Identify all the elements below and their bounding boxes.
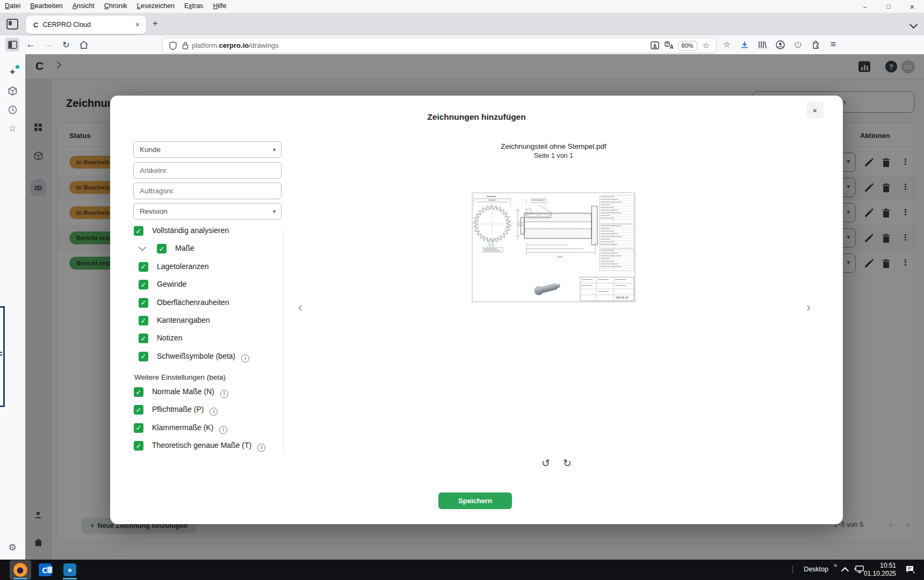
rotate-right-icon[interactable]: ↻ — [563, 457, 572, 469]
desktop-chevrons: » — [834, 562, 837, 568]
menu-ansicht[interactable]: Ansicht — [68, 0, 99, 12]
checkbox-row: ✓Oberflächenrauheiten — [133, 296, 294, 309]
checkbox-row: ✓Lagetoleranzen — [133, 260, 294, 273]
checkbox[interactable]: ✓ — [139, 316, 148, 325]
checkbox-row: ✓Normale Maße (N) i — [133, 386, 294, 398]
sidebar-toggle-button[interactable] — [5, 38, 19, 52]
checkbox[interactable]: ✓ — [139, 280, 148, 289]
menu-datei[interactable]: Datei — [0, 0, 25, 12]
show-desktop-button[interactable]: Desktop — [804, 566, 828, 573]
browser-tab[interactable]: C CERPRO Cloud × — [26, 16, 146, 34]
save-button[interactable]: Speichern — [438, 492, 512, 509]
new-badge-dot — [16, 65, 19, 69]
tab-overflow-chevron-icon[interactable] — [909, 20, 918, 29]
technical-drawing: A-A100 FA 20 — [471, 191, 637, 305]
auftragsnr-input[interactable]: Auftragsnr. — [133, 183, 281, 199]
url-bar[interactable]: platform.cerpro.io/drawings A 80% ☆ — [162, 38, 717, 53]
checkbox-row: ✓Klammermaße (K) i — [133, 422, 294, 434]
ai-sparkle-icon[interactable]: ✦ — [6, 66, 18, 78]
bookmarks-menu-icon[interactable]: ☆ — [720, 38, 734, 52]
checkbox-label: Maße — [175, 244, 194, 252]
menu-lesezeichen[interactable]: Lesezeichen — [132, 0, 179, 12]
power-icon[interactable] — [791, 38, 805, 52]
firefox-taskbar-button[interactable] — [10, 560, 31, 579]
checkbox-label: Normale Maße (N) i — [152, 387, 228, 398]
next-drawing-chevron-icon[interactable]: › — [806, 300, 811, 315]
chevron-down-icon: ▾ — [273, 147, 276, 153]
settings-gear-icon[interactable]: ⚙ — [6, 541, 18, 553]
checkbox[interactable]: ✓ — [134, 387, 143, 397]
prev-drawing-chevron-icon[interactable]: ‹ — [298, 300, 302, 315]
browser-menubar: DateiBearbeitenAnsichtChronikLesezeichen… — [0, 0, 924, 13]
back-button[interactable]: ← — [24, 38, 38, 52]
info-icon[interactable]: i — [210, 408, 218, 416]
checkbox-label: Theoretisch genaue Maße (T) i — [152, 441, 265, 452]
date-label: 01.10.2025 — [864, 570, 896, 578]
downloads-icon[interactable] — [738, 38, 752, 52]
checkbox[interactable]: ✓ — [134, 405, 143, 415]
checkbox-label: Notizen — [157, 334, 182, 342]
window-controls: – □ × — [853, 0, 924, 13]
artikelnr-input[interactable]: Artikelnr. — [133, 162, 281, 179]
home-button[interactable] — [77, 38, 91, 52]
menu-hamburger-icon[interactable]: ≡ — [826, 38, 840, 52]
firefox-icon — [13, 563, 27, 577]
checkbox-row: ✓Theoretisch genaue Maße (T) i — [133, 439, 294, 452]
checkbox[interactable]: ✓ — [139, 334, 148, 343]
tab-close-icon[interactable]: × — [133, 20, 142, 29]
checkbox-row: ✓Gewinde — [133, 278, 294, 291]
save-page-icon[interactable] — [651, 41, 659, 49]
checkbox-label: Kantenangaben — [157, 316, 210, 324]
zoom-level-badge[interactable]: 80% — [678, 41, 697, 50]
lock-icon[interactable] — [182, 41, 189, 49]
history-clock-icon[interactable] — [6, 104, 18, 115]
pdf-page-label: Seite 1 von 1 — [390, 152, 717, 160]
maximize-button[interactable]: □ — [877, 0, 900, 13]
svg-text:A: A — [669, 44, 673, 49]
checkbox[interactable]: ✓ — [139, 262, 148, 272]
tab-strip: C CERPRO Cloud × + — [0, 13, 924, 35]
reload-button[interactable]: ↻ — [59, 38, 73, 52]
expander-chevron-icon[interactable] — [139, 243, 146, 251]
translate-icon[interactable]: A — [665, 41, 674, 49]
extensions-icon[interactable] — [808, 38, 822, 52]
checkbox[interactable]: ✓ — [157, 244, 167, 253]
menu-bearbeiten[interactable]: Bearbeiten — [25, 0, 67, 12]
library-icon[interactable] — [755, 38, 769, 52]
menu-hilfe[interactable]: Hilfe — [208, 0, 231, 12]
taskbar-clock[interactable]: 10:51 01.10.2025 — [864, 562, 896, 578]
action-center-icon[interactable] — [905, 565, 915, 574]
tray-expand-chevron-icon[interactable] — [841, 567, 849, 575]
menu-chronik[interactable]: Chronik — [99, 0, 132, 12]
info-icon[interactable]: i — [219, 426, 227, 434]
new-tab-button[interactable]: + — [153, 18, 158, 29]
checkbox-label: Oberflächenrauheiten — [157, 298, 229, 307]
account-icon[interactable] — [773, 38, 787, 52]
forward-button[interactable]: → — [41, 38, 55, 52]
outlook-taskbar-button[interactable]: O — [34, 560, 56, 579]
checkbox[interactable]: ✓ — [139, 352, 148, 361]
checkbox[interactable]: ✓ — [134, 423, 143, 433]
revision-select[interactable]: Revision ▾ — [133, 203, 281, 220]
package-icon[interactable] — [6, 85, 18, 97]
app-taskbar-button[interactable]: » — [59, 560, 81, 579]
close-button[interactable]: × — [900, 0, 924, 13]
menu-items: DateiBearbeitenAnsichtChronikLesezeichen… — [0, 2, 231, 10]
rotate-left-icon[interactable]: ↺ — [542, 457, 550, 469]
menu-extras[interactable]: Extras — [179, 0, 208, 12]
info-icon[interactable]: i — [220, 390, 228, 398]
checkbox[interactable]: ✓ — [139, 298, 148, 308]
shield-icon[interactable] — [169, 41, 177, 50]
bookmark-star-icon[interactable]: ☆ — [6, 122, 18, 134]
minimize-button[interactable]: – — [853, 0, 877, 13]
chevron-down-icon: ▾ — [273, 208, 276, 214]
checkbox-row: ✓Kantenangaben — [133, 314, 294, 327]
info-icon[interactable]: i — [257, 444, 265, 452]
time-label: 10:51 — [864, 562, 896, 570]
checkbox[interactable]: ✓ — [134, 226, 143, 236]
firefox-view-icon[interactable] — [6, 19, 18, 30]
bookmark-star-icon[interactable]: ☆ — [703, 41, 710, 50]
info-icon[interactable]: i — [241, 354, 249, 363]
checkbox[interactable]: ✓ — [134, 441, 143, 451]
kunde-select[interactable]: Kunde ▾ — [133, 141, 281, 158]
